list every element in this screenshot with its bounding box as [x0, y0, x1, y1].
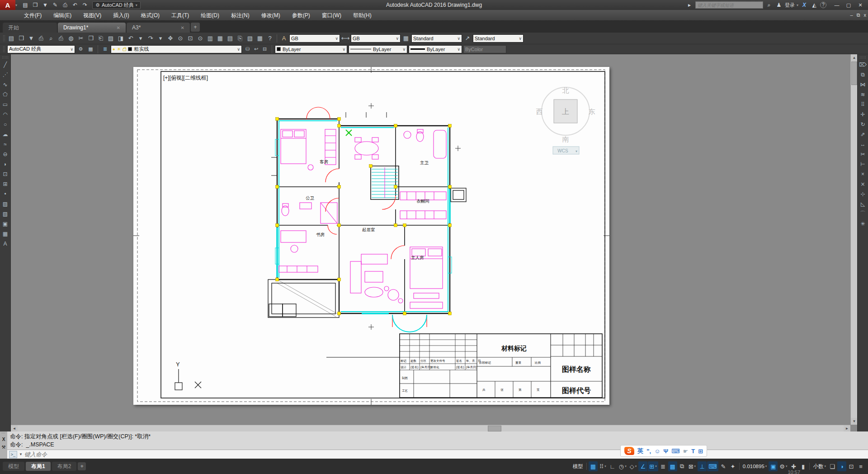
capture-icon[interactable]: ▦ — [86, 45, 95, 53]
view-compass[interactable]: 北 西 东 南 上 WCS ▾ — [536, 86, 595, 154]
panel-grip[interactable] — [1, 432, 6, 434]
ime-punct-icon[interactable]: ”, — [646, 448, 651, 455]
workspace-settings-icon[interactable]: ⚙ — [76, 45, 85, 53]
a360-icon[interactable]: ◭ — [810, 2, 818, 8]
menu-insert[interactable]: 插入(I) — [107, 10, 135, 21]
osnap-3d-icon[interactable]: ⊠ — [687, 461, 697, 471]
clean-screen-icon[interactable]: ⊡ — [847, 461, 856, 471]
extend-icon[interactable]: ⊢ — [858, 159, 868, 169]
saveas-icon[interactable]: ✎ — [51, 1, 60, 9]
new-icon[interactable]: ▤ — [6, 33, 16, 43]
tab-drawing1[interactable]: Drawing1* ✕ — [58, 23, 126, 33]
move-icon[interactable]: ✛ — [858, 109, 868, 119]
toolpalettes-icon[interactable]: ▤ — [225, 33, 235, 43]
exchange-apps-icon[interactable]: X — [800, 2, 808, 8]
tab-layout2[interactable]: 布局2 — [52, 462, 77, 471]
rotate-icon[interactable]: ↻ — [858, 119, 868, 129]
selection-cycling-icon[interactable]: ⧉ — [678, 461, 687, 471]
wrench-icon[interactable]: ⚒ — [2, 445, 6, 450]
canvas-horizontal-scrollbar[interactable]: ◄ ► — [11, 425, 850, 431]
save-icon[interactable]: ▼ — [26, 33, 36, 43]
paste-icon[interactable]: ⎗ — [96, 33, 106, 43]
model-paper-toggle[interactable]: 模型 — [571, 461, 585, 471]
scroll-down-icon[interactable]: ▼ — [851, 418, 857, 425]
command-prompt-icon[interactable]: >_ — [9, 451, 17, 458]
chevron-down-icon[interactable]: ▼ — [19, 452, 23, 456]
annotation-scale-value[interactable]: 0.010895 — [741, 461, 768, 471]
ortho-icon[interactable]: ∟ — [608, 461, 617, 471]
zoom-window-icon[interactable]: ⊡ — [185, 33, 195, 43]
undo-caret-icon[interactable]: ▾ — [136, 33, 146, 43]
ime-lang-mode[interactable]: 英 — [637, 447, 643, 455]
circle-icon[interactable]: ○ — [0, 119, 10, 129]
sogou-ime-bar[interactable]: S 英 ”, ☺ Ψ ⌨ ☛ T ⊞ — [620, 445, 707, 457]
command-input[interactable] — [24, 451, 866, 458]
new-tab-button[interactable]: + — [191, 23, 200, 32]
grid-icon[interactable]: ▦ — [589, 461, 598, 471]
arc-icon[interactable]: ◠ — [0, 109, 10, 119]
properties-icon[interactable]: ▥ — [205, 33, 215, 43]
break-point-icon[interactable]: × — [858, 169, 868, 179]
search-icon[interactable]: ⌕ — [765, 2, 773, 8]
toolbar-grip[interactable] — [3, 46, 5, 53]
quick-properties-icon[interactable]: ❏ — [828, 461, 837, 471]
layer-properties-icon[interactable]: ≣ — [101, 45, 109, 53]
menu-edit[interactable]: 编辑(E) — [47, 10, 77, 21]
menu-modify[interactable]: 修改(M) — [255, 10, 286, 21]
ime-keyboard-icon[interactable]: ⌨ — [671, 448, 680, 455]
menu-parametric[interactable]: 参数(P) — [286, 10, 316, 21]
menu-view[interactable]: 视图(V) — [77, 10, 107, 21]
array-icon[interactable]: ⠿ — [858, 100, 868, 109]
gradient-icon[interactable]: ▧ — [0, 209, 10, 218]
layer-states-icon[interactable]: ⛁ — [243, 45, 252, 53]
redo-icon[interactable]: ↷ — [146, 33, 156, 43]
scroll-left-icon[interactable]: ◄ — [11, 425, 18, 431]
sheetset-icon[interactable]: ⎘ — [235, 33, 245, 43]
tab-a3[interactable]: A3* ✕ — [127, 23, 190, 33]
autocad-logo-icon[interactable]: A — [0, 0, 15, 10]
menu-tools[interactable]: 工具(T) — [165, 10, 195, 21]
restore-button[interactable]: ▢ — [843, 1, 854, 9]
chamfer-icon[interactable]: ◺ — [858, 199, 868, 209]
new-layout-button[interactable]: + — [78, 462, 86, 470]
annotation-visibility-icon[interactable]: ✎ — [719, 461, 728, 471]
redo-caret-icon[interactable]: ▾ — [156, 33, 165, 43]
logo-caret-icon[interactable]: ▾ — [15, 3, 17, 7]
erase-icon[interactable]: ⌦ — [858, 60, 868, 69]
chevron-down-icon[interactable]: ▾ — [797, 3, 798, 7]
table-style-icon[interactable]: ▦ — [401, 33, 411, 43]
open-icon[interactable]: ❒ — [16, 33, 26, 43]
lineweight-select[interactable]: ByLayer ∨ — [409, 45, 462, 53]
layer-lock-icon[interactable] — [123, 48, 126, 51]
workspace-switch-icon[interactable]: ▣ — [769, 461, 778, 471]
plot-icon[interactable]: ⎙ — [61, 1, 70, 9]
3dweb-icon[interactable]: ◍ — [66, 33, 76, 43]
text-style-icon[interactable]: A — [279, 33, 289, 43]
zoom-previous-icon[interactable]: ⊙ — [195, 33, 205, 43]
close-tab-icon[interactable]: ✕ — [117, 25, 120, 30]
make-block-icon[interactable]: ⊞ — [0, 179, 10, 189]
blockeditor-icon[interactable]: ◨ — [116, 33, 126, 43]
infocenter-search-input[interactable] — [695, 1, 763, 9]
layer-on-bulb-icon[interactable]: ● — [113, 47, 115, 52]
dim-style-icon[interactable]: ⟷ — [340, 33, 350, 43]
table-icon[interactable]: ▦ — [0, 229, 10, 238]
menu-dimension[interactable]: 标注(N) — [225, 10, 255, 21]
polyline-icon[interactable]: ∿ — [0, 80, 10, 89]
close-tab-icon[interactable]: ✕ — [181, 25, 184, 30]
doc-restore-button[interactable]: ⧉ — [857, 12, 860, 18]
scrollbar-thumb[interactable] — [851, 62, 857, 85]
matchprop-icon[interactable]: ▨ — [106, 33, 116, 43]
undo-icon[interactable]: ↶ — [71, 1, 80, 9]
ime-emoji-icon[interactable]: ☺ — [654, 448, 660, 455]
dim-style-select[interactable]: GB∨ — [351, 34, 401, 43]
xline-icon[interactable]: ⋰ — [0, 70, 10, 79]
ime-hand-icon[interactable]: ☛ — [683, 448, 689, 455]
workspace-dropdown[interactable]: ⚙ AutoCAD 经典 ▾ — [92, 1, 141, 9]
close-button[interactable]: ✕ — [854, 1, 866, 9]
units-select[interactable]: 小数 — [811, 461, 827, 471]
text-style-select[interactable]: GB∨ — [289, 34, 340, 43]
undo-icon[interactable]: ↶ — [126, 33, 136, 43]
rectangle-icon[interactable]: ▭ — [0, 100, 10, 109]
menu-draw[interactable]: 绘图(D) — [195, 10, 225, 21]
